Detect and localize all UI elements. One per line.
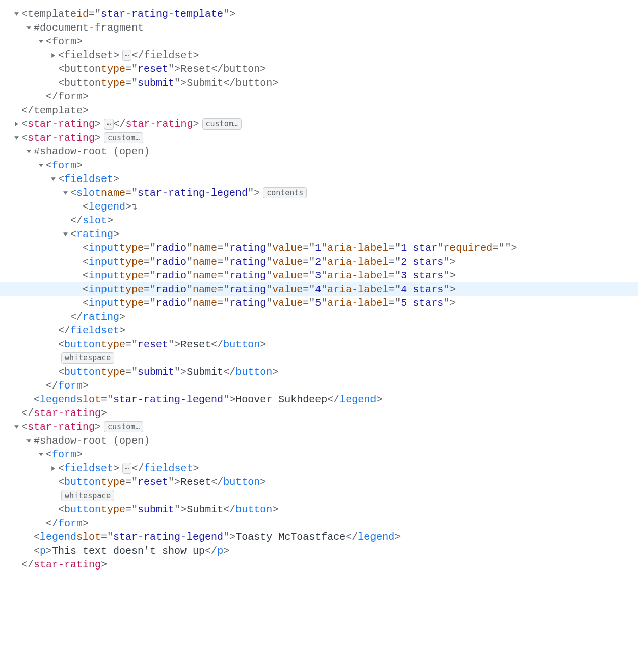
tree-row[interactable]: </form> (0, 516, 638, 530)
custom-badge: custom… (202, 118, 242, 130)
tree-row[interactable]: </rating> (0, 310, 638, 324)
tree-row[interactable]: <form> (0, 159, 638, 172)
tree-row[interactable]: <slotname="star-rating-legend">contents (0, 186, 638, 200)
collapse-icon[interactable] (37, 35, 45, 48)
tree-row[interactable]: <buttontype="reset">Reset</button> (0, 62, 638, 76)
tree-row[interactable]: <inputtype="radio"name="rating"value="2"… (0, 255, 638, 269)
tree-row[interactable]: <templateid="star-rating-template"> (0, 7, 638, 21)
expand-icon[interactable] (12, 117, 20, 131)
row-content: </slot> (70, 214, 113, 227)
tree-row[interactable]: <form> (0, 35, 638, 48)
collapse-icon[interactable] (49, 172, 57, 186)
collapse-icon[interactable] (24, 434, 33, 448)
attr-name: aria-label (327, 270, 388, 281)
punct: " (309, 270, 315, 281)
punct: > (119, 325, 125, 337)
ellipsis-badge[interactable]: ⋯ (104, 119, 113, 130)
tree-row[interactable]: <fieldset>⋯</fieldset> (0, 461, 638, 475)
punct: > (174, 476, 180, 488)
collapse-icon[interactable] (37, 159, 45, 172)
tree-row[interactable]: #shadow-root (open) (0, 145, 638, 159)
tree-row[interactable]: </slot> (0, 214, 638, 227)
attr-name: name (193, 256, 217, 268)
tree-row[interactable]: <form> (0, 448, 638, 461)
tag-name: legend (89, 201, 125, 213)
tree-row[interactable]: <legendslot="star-rating-legend">Toasty … (0, 530, 638, 544)
collapse-icon[interactable] (24, 21, 33, 35)
tree-row[interactable]: whitespace (0, 489, 638, 503)
dom-tree[interactable]: <templateid="star-rating-template">#docu… (0, 0, 638, 592)
attr-name: type (101, 63, 125, 75)
punct: > (272, 366, 278, 378)
collapse-icon[interactable] (12, 131, 20, 145)
row-content: </form> (46, 379, 89, 393)
punct: (open) (113, 435, 150, 447)
expand-icon[interactable] (49, 461, 57, 475)
collapse-icon[interactable] (12, 7, 20, 21)
tree-row[interactable]: whitespace (0, 351, 638, 365)
tag-name: legend (40, 394, 76, 405)
tree-row[interactable]: <buttontype="reset">Reset</button> (0, 338, 638, 351)
tree-row[interactable]: <rating> (0, 227, 638, 241)
tree-row[interactable]: </form> (0, 379, 638, 393)
tree-row[interactable]: <fieldset>⋯</fieldset> (0, 48, 638, 62)
punct: < (34, 531, 40, 543)
tree-row[interactable]: <buttontype="submit">Submit</button> (0, 503, 638, 516)
tree-row[interactable]: <buttontype="submit">Submit</button> (0, 76, 638, 90)
punct: </ (70, 215, 83, 226)
punct: > (229, 531, 235, 543)
punct: </ (46, 518, 58, 529)
whitespace-badge: whitespace (61, 352, 114, 364)
collapse-icon[interactable] (61, 227, 69, 241)
collapse-icon[interactable] (24, 145, 33, 159)
punct: " (248, 187, 254, 199)
punct: > (174, 63, 180, 75)
tree-row[interactable]: <buttontype="submit">Submit</button> (0, 365, 638, 379)
ellipsis-badge[interactable]: ⋯ (122, 50, 131, 61)
tree-row[interactable]: <inputtype="radio"name="rating"value="3"… (0, 269, 638, 282)
tag-name: button (64, 366, 101, 378)
collapse-icon[interactable] (12, 420, 20, 434)
tag-name: form (52, 36, 76, 47)
expand-icon[interactable] (49, 48, 57, 62)
punct: </ (21, 559, 34, 571)
tree-row[interactable]: </star-rating> (0, 406, 638, 420)
tree-row[interactable]: <star-rating>custom… (0, 420, 638, 434)
tag-name: input (89, 270, 119, 281)
punct: < (83, 297, 89, 309)
collapse-icon[interactable] (37, 448, 45, 461)
punct: = (125, 187, 131, 199)
tree-row[interactable]: <inputtype="radio"name="rating"value="1"… (0, 241, 638, 255)
tree-row[interactable]: </template> (0, 104, 638, 117)
punct: > (193, 462, 199, 474)
punct: < (21, 118, 28, 130)
tree-row[interactable]: <star-rating>custom… (0, 131, 638, 145)
tree-row[interactable]: <inputtype="radio"name="rating"value="5"… (0, 296, 638, 310)
punct: > (229, 8, 235, 20)
tree-row[interactable]: </form> (0, 90, 638, 104)
punct: </ (211, 339, 223, 350)
tree-row[interactable]: <star-rating>⋯</star-rating>custom… (0, 117, 638, 131)
tree-row[interactable]: #document-fragment (0, 21, 638, 35)
tree-row[interactable]: <legend>↴ (0, 200, 638, 214)
tree-row[interactable]: </star-rating> (0, 558, 638, 572)
row-content: #document-fragment (34, 21, 144, 35)
punct: = (492, 242, 498, 254)
tag-name: #document-fragment (34, 22, 144, 34)
tree-row[interactable]: <inputtype="radio"name="rating"value="4"… (0, 282, 638, 296)
collapse-icon[interactable] (61, 186, 69, 200)
tree-row[interactable]: </fieldset> (0, 324, 638, 338)
tree-row[interactable]: <fieldset> (0, 172, 638, 186)
tree-row[interactable]: <buttontype="reset">Reset</button> (0, 475, 638, 489)
tag-name: button (223, 63, 260, 75)
punct: " (95, 8, 101, 20)
attr-name: type (119, 256, 144, 268)
tree-row[interactable]: <legendslot="star-rating-legend">Hoover … (0, 393, 638, 406)
tree-row[interactable]: <p>This text doesn't show up</p> (0, 544, 638, 558)
tree-row[interactable]: #shadow-root (open) (0, 434, 638, 448)
punct: " (266, 270, 272, 281)
punct: " (394, 256, 401, 268)
ellipsis-badge[interactable]: ⋯ (122, 463, 131, 474)
punct: </ (21, 105, 34, 116)
punct: " (107, 531, 113, 543)
